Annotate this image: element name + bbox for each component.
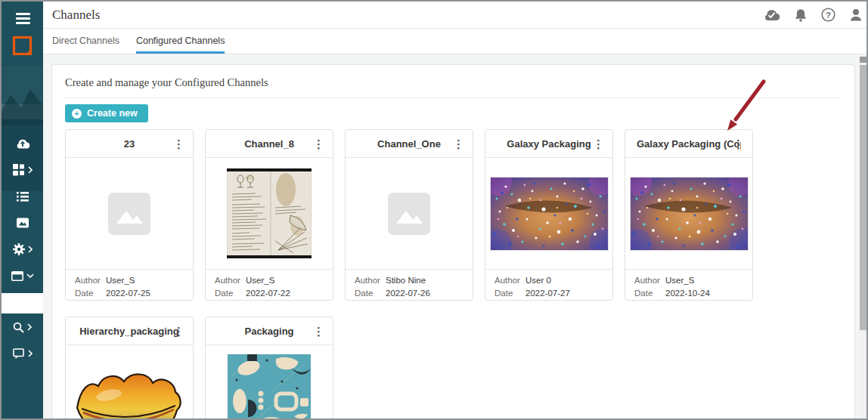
date-value: 2022-07-27 [525, 289, 570, 298]
author-label: Author [494, 274, 525, 287]
create-new-button[interactable]: + Create new [65, 104, 148, 122]
header-icons: ? [763, 8, 866, 22]
channel-card[interactable]: 23 ⋮ AuthorUser_S Date2022-07-25 [65, 129, 194, 301]
tab-direct-channels[interactable]: Direct Channels [52, 29, 119, 54]
chevron-right-icon [27, 323, 32, 331]
help-icon[interactable]: ? [821, 8, 835, 22]
sidebar-item-workspace[interactable] [2, 269, 43, 283]
sidebar-item-settings[interactable] [2, 242, 43, 256]
card-image-placeholder [66, 158, 193, 269]
chat-icon [13, 348, 25, 360]
kebab-menu-icon[interactable]: ⋮ [312, 137, 326, 151]
card-title: Galaxy Packaging [507, 138, 591, 150]
chevron-right-icon [28, 350, 33, 357]
channel-card[interactable]: Galaxy Packaging ⋮ AuthorUser 0 Date2022… [485, 129, 613, 301]
card-title: Channel_8 [244, 138, 294, 150]
author-value: User_S [246, 276, 274, 285]
sidebar-gap [2, 293, 43, 313]
author-value: User_S [665, 276, 694, 285]
date-label: Date [355, 287, 386, 300]
cloud-status-icon[interactable] [763, 9, 780, 21]
hamburger-menu-icon[interactable] [16, 13, 30, 25]
date-label: Date [215, 287, 246, 300]
card-title: Hierarchy_packaging [79, 326, 179, 337]
step-logo[interactable] [12, 36, 34, 60]
svg-text:?: ? [826, 11, 831, 20]
author-value: Stibo Nine [386, 276, 426, 285]
author-value: User_S [106, 276, 135, 285]
chevron-right-icon [28, 166, 33, 174]
card-image-placeholder [346, 158, 473, 269]
date-value: 2022-10-24 [665, 289, 710, 298]
cloud-upload-icon [15, 138, 30, 149]
sidebar-item-cloud-upload[interactable] [2, 137, 43, 150]
panel-heading: Create and manage your Configured Channe… [52, 65, 854, 97]
tab-bar: Direct Channels Configured Channels [43, 29, 866, 54]
author-value: User 0 [525, 276, 551, 285]
user-profile-icon[interactable] [850, 8, 862, 21]
apps-grid-icon [13, 164, 25, 176]
sidebar-nav-bottom [2, 320, 43, 373]
kebab-menu-icon[interactable]: ⋮ [312, 324, 326, 338]
card-title: Galaxy Packaging (Copy) [637, 138, 741, 150]
scrollbar-thumb[interactable] [860, 65, 866, 330]
sidebar-item-media[interactable] [2, 216, 43, 230]
card-title: Channel_One [377, 138, 441, 150]
chevron-down-icon [26, 273, 34, 278]
sidebar-item-messages[interactable] [2, 347, 43, 360]
channel-card[interactable]: Packaging ⋮ [205, 317, 333, 420]
channel-card[interactable]: Channel_One ⋮ AuthorStibo Nine Date2022-… [345, 129, 473, 301]
sidebar-nav [2, 137, 43, 295]
author-label: Author [355, 274, 386, 287]
kebab-menu-icon[interactable]: ⋮ [451, 137, 466, 151]
date-label: Date [75, 287, 106, 300]
date-value: 2022-07-25 [106, 289, 150, 298]
settings-gear-icon [13, 243, 25, 255]
date-label: Date [634, 287, 665, 300]
notifications-bell-icon[interactable] [795, 8, 807, 22]
card-image-pattern [206, 345, 333, 420]
app-window: Channels ? [0, 0, 868, 420]
create-new-label: Create new [87, 108, 138, 119]
card-title: Packaging [244, 326, 293, 337]
card-title: 23 [124, 138, 135, 150]
channel-card[interactable]: Galaxy Packaging (Copy) ⋮ AuthorUser_S D… [625, 129, 753, 301]
image-icon [17, 218, 29, 228]
sidebar-item-search[interactable] [2, 320, 43, 334]
date-label: Date [494, 287, 525, 300]
page-header: Channels ? [43, 2, 866, 29]
author-label: Author [215, 274, 246, 287]
scrollbar-track[interactable] [860, 56, 866, 418]
card-image-manuscript [206, 158, 333, 269]
author-label: Author [634, 274, 665, 287]
kebab-menu-icon[interactable]: ⋮ [172, 324, 186, 338]
window-panels-icon [11, 271, 23, 281]
card-image-galaxy [625, 158, 752, 269]
search-icon [13, 322, 24, 333]
date-value: 2022-07-26 [386, 289, 430, 298]
divider [65, 97, 842, 98]
tab-configured-channels[interactable]: Configured Channels [136, 29, 225, 54]
content-panel: Create and manage your Configured Channe… [51, 64, 855, 420]
sidebar-item-list[interactable] [2, 190, 43, 203]
kebab-menu-icon[interactable]: ⋮ [172, 137, 186, 151]
channel-card[interactable]: Channel_8 ⋮ AuthorUser_S Date2022-07-22 [205, 129, 333, 301]
card-image-galaxy [485, 158, 612, 269]
sidebar [2, 2, 43, 418]
date-value: 2022-07-22 [246, 289, 290, 298]
scrollbar-top-button[interactable] [860, 57, 866, 63]
plus-icon: + [72, 109, 82, 119]
channel-card[interactable]: Hierarchy_packaging ⋮ [65, 317, 194, 420]
channel-card-grid: 23 ⋮ AuthorUser_S Date2022-07-25 Channel… [65, 129, 844, 420]
sidebar-item-apps[interactable] [2, 163, 43, 177]
author-label: Author [75, 274, 106, 287]
chevron-right-icon [28, 246, 33, 253]
card-image-bowl [66, 345, 193, 420]
page-title: Channels [52, 8, 100, 23]
kebab-menu-icon[interactable]: ⋮ [591, 137, 606, 151]
list-icon [17, 192, 29, 202]
kebab-menu-icon[interactable]: ⋮ [731, 137, 746, 151]
